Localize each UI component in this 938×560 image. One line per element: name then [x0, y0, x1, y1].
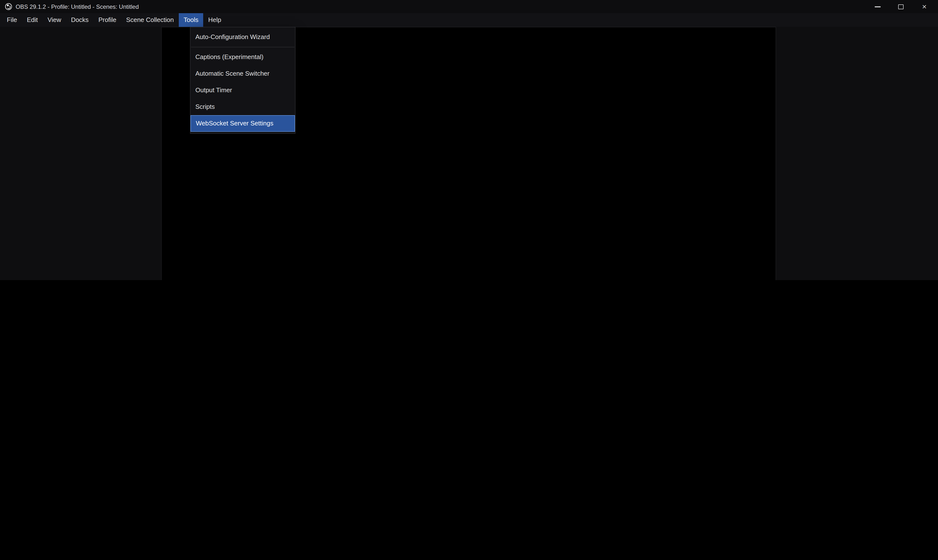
minimize-icon [875, 6, 880, 7]
menu-edit[interactable]: Edit [22, 13, 43, 27]
window-controls: × [873, 3, 933, 11]
maximize-button[interactable] [897, 3, 905, 11]
menu-item-auto-configuration-wizard[interactable]: Auto-Configuration Wizard [190, 29, 295, 45]
menu-item-websocket-server-settings[interactable]: WebSocket Server Settings [190, 115, 295, 132]
menu-item-automatic-scene-switcher[interactable]: Automatic Scene Switcher [190, 65, 295, 82]
menu-separator [191, 47, 295, 47]
close-button[interactable]: × [920, 3, 928, 11]
menu-scene-collection[interactable]: Scene Collection [121, 13, 179, 27]
obs-window: OBS 29.1.2 - Profile: Untitled - Scenes:… [0, 0, 938, 280]
menu-file[interactable]: File [2, 13, 22, 27]
menu-view[interactable]: View [43, 13, 66, 27]
maximize-icon [898, 4, 904, 9]
tools-menu-dropdown: Auto-Configuration Wizard Captions (Expe… [190, 27, 296, 134]
menu-item-output-timer[interactable]: Output Timer [190, 82, 295, 98]
menubar: File Edit View Docks Profile Scene Colle… [0, 13, 938, 27]
menu-profile[interactable]: Profile [94, 13, 121, 27]
titlebar: OBS 29.1.2 - Profile: Untitled - Scenes:… [0, 0, 938, 13]
obs-logo-icon [5, 3, 12, 10]
menu-item-scripts[interactable]: Scripts [190, 98, 295, 115]
menu-tools[interactable]: Tools [179, 13, 204, 27]
window-title: OBS 29.1.2 - Profile: Untitled - Scenes:… [15, 3, 139, 10]
menu-help[interactable]: Help [203, 13, 226, 27]
menu-docks[interactable]: Docks [66, 13, 94, 27]
menu-item-captions[interactable]: Captions (Experimental) [190, 49, 295, 65]
preview-area [0, 27, 938, 280]
minimize-button[interactable] [873, 3, 881, 11]
